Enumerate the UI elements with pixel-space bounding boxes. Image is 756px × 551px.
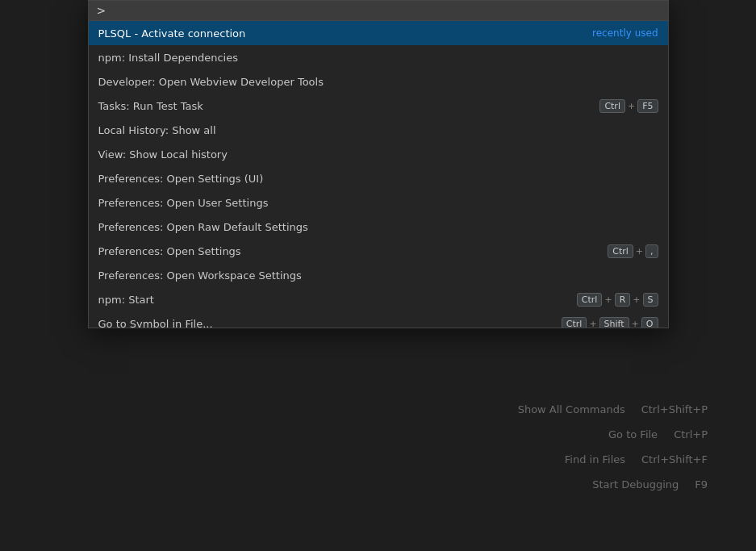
command-item[interactable]: Tasks: Run Test TaskCtrl+F5 xyxy=(89,94,668,118)
command-name: Preferences: Open User Settings xyxy=(98,197,658,209)
key-separator: + xyxy=(604,294,612,305)
command-item[interactable]: Go to Symbol in File...Ctrl+Shift+O xyxy=(89,311,668,328)
key: Ctrl xyxy=(562,317,587,328)
recently-used-badge: recently used xyxy=(592,27,658,39)
key: O xyxy=(641,317,658,328)
command-name: PLSQL - Activate connection xyxy=(98,27,587,40)
key: , xyxy=(645,244,658,258)
key-separator: + xyxy=(636,246,643,257)
command-item[interactable]: Preferences: Open Workspace Settings xyxy=(89,263,668,287)
command-item[interactable]: Local History: Show all xyxy=(89,118,668,142)
command-item[interactable]: Preferences: Open Raw Default Settings xyxy=(89,215,668,239)
keybinding: Ctrl+F5 xyxy=(599,99,658,113)
command-item[interactable]: npm: StartCtrl+R+S xyxy=(89,287,668,311)
command-name: Go to Symbol in File... xyxy=(98,318,555,328)
hint-shortcut: Ctrl+Shift+P xyxy=(641,403,708,415)
command-palette: > PLSQL - Activate connectionrecently us… xyxy=(88,0,669,328)
key: F5 xyxy=(637,99,658,113)
hint-shortcut: Ctrl+P xyxy=(674,428,708,440)
command-item[interactable]: npm: Install Dependencies xyxy=(89,45,668,69)
hint-label: Start Debugging xyxy=(592,478,679,490)
keybinding: Ctrl+, xyxy=(608,244,658,258)
hint-row: Find in FilesCtrl+Shift+F xyxy=(565,453,708,465)
command-item[interactable]: PLSQL - Activate connectionrecently used xyxy=(89,21,668,45)
hint-row: Show All CommandsCtrl+Shift+P xyxy=(518,403,708,415)
search-input[interactable] xyxy=(107,4,659,17)
command-item[interactable]: Developer: Open Webview Developer Tools xyxy=(89,69,668,94)
command-list: PLSQL - Activate connectionrecently used… xyxy=(89,21,668,328)
key: Shift xyxy=(599,317,629,328)
key-separator: + xyxy=(633,294,640,305)
command-name: Preferences: Open Raw Default Settings xyxy=(98,221,658,233)
hint-label: Go to File xyxy=(608,428,658,440)
background-hints: Show All CommandsCtrl+Shift+PGo to FileC… xyxy=(0,339,756,551)
command-item[interactable]: View: Show Local history xyxy=(89,142,668,166)
keybinding: Ctrl+R+S xyxy=(577,293,658,307)
command-name: Tasks: Run Test Task xyxy=(98,100,594,112)
hint-shortcut: F9 xyxy=(695,478,708,490)
command-name: Preferences: Open Settings (UI) xyxy=(98,173,658,185)
key: Ctrl xyxy=(577,293,603,307)
hint-row: Start DebuggingF9 xyxy=(592,478,708,490)
command-name: Developer: Open Webview Developer Tools xyxy=(98,76,658,88)
command-name: npm: Install Dependencies xyxy=(98,52,658,64)
key-separator: + xyxy=(632,319,639,328)
hint-label: Show All Commands xyxy=(518,403,625,415)
key-separator: + xyxy=(628,101,635,111)
command-name: Preferences: Open Workspace Settings xyxy=(98,269,658,282)
key: Ctrl xyxy=(608,244,633,258)
command-name: View: Show Local history xyxy=(98,148,658,161)
command-name: Local History: Show all xyxy=(98,124,658,136)
search-prefix: > xyxy=(97,4,107,17)
command-item[interactable]: Preferences: Open SettingsCtrl+, xyxy=(89,239,668,263)
search-bar: > xyxy=(89,1,668,21)
hint-label: Find in Files xyxy=(565,453,625,465)
key: Ctrl xyxy=(599,99,625,113)
command-name: npm: Start xyxy=(98,294,570,306)
keybinding: Ctrl+Shift+O xyxy=(562,317,658,328)
command-item[interactable]: Preferences: Open User Settings xyxy=(89,190,668,215)
hint-shortcut: Ctrl+Shift+F xyxy=(641,453,708,465)
key: S xyxy=(643,293,658,307)
key: R xyxy=(615,293,631,307)
hint-row: Go to FileCtrl+P xyxy=(608,428,708,440)
command-name: Preferences: Open Settings xyxy=(98,245,602,257)
command-item[interactable]: Preferences: Open Settings (UI) xyxy=(89,166,668,190)
key-separator: + xyxy=(589,319,596,328)
